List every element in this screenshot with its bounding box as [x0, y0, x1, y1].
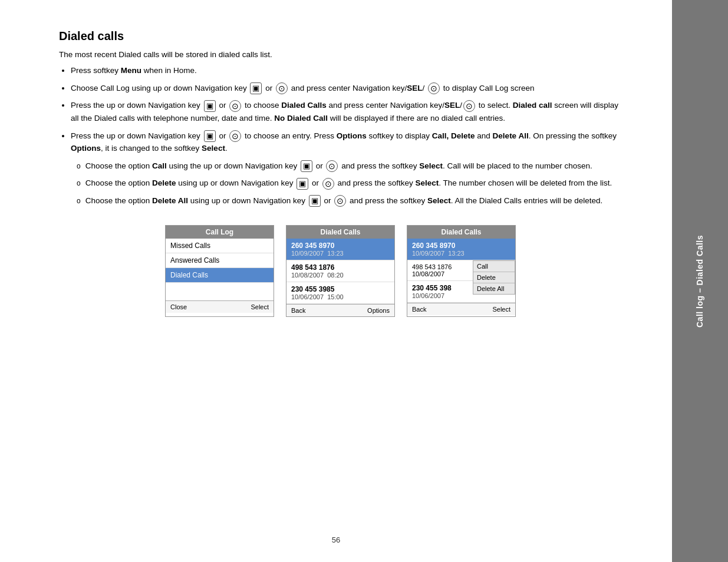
sub-bullet-1: Choose the option Call using the up or d… [77, 160, 625, 173]
screen1-header: Call Log [166, 226, 274, 239]
nav-down-icon3 [229, 130, 241, 142]
screen2-item1: 260 345 8970 10/09/2007 13:23 [286, 239, 394, 260]
screen1-footer: Close Select [166, 300, 274, 313]
bullet-list: Press softkey Menu when in Home. Choose … [71, 64, 625, 155]
page-number: 56 [332, 535, 340, 544]
nav-down-icon2 [229, 100, 241, 112]
missed-calls-item: Missed Calls [166, 239, 274, 253]
screen2-item2: 498 543 1876 10/08/2007 08:20 [286, 260, 394, 282]
nav-sel-icon [428, 82, 440, 94]
screen3-item2-content: 498 543 1876 10/08/2007 [412, 263, 452, 277]
screen3-item1: 260 345 8970 10/09/2007 13:23 [407, 239, 515, 260]
phone-number-3-2: 498 543 1876 [412, 263, 452, 270]
date-time-2: 10/08/2007 08:20 [291, 272, 390, 279]
screen2-options: Options [367, 307, 390, 314]
date-time-3: 10/06/2007 15:00 [291, 293, 390, 300]
screen2-body: 260 345 8970 10/09/2007 13:23 498 543 18… [286, 239, 394, 304]
screen3-back: Back [412, 306, 426, 313]
nav-down-icon5 [322, 178, 334, 190]
nav-up-icon2 [204, 100, 216, 112]
bullet-item-1: Press softkey Menu when in Home. [71, 64, 625, 77]
screen3-item2-wrapper: 498 543 1876 10/08/2007 Call Delete Dele… [407, 260, 515, 281]
phone-number-2: 498 543 1876 [291, 263, 390, 272]
screen3-select: Select [492, 306, 510, 313]
nav-up-icon4 [301, 160, 312, 172]
screen2-header: Dialed Calls [286, 226, 394, 239]
context-menu-delete-all: Delete All [473, 283, 515, 294]
nav-down-icon [276, 82, 288, 94]
sidebar-label: Call log – Dialed Calls [694, 235, 706, 328]
screens-container: Call Log Missed Calls Answered Calls Dia… [165, 225, 625, 317]
screen-dialed-calls: Dialed Calls 260 345 8970 10/09/2007 13:… [286, 225, 395, 317]
date-time-1: 10/09/2007 13:23 [291, 250, 390, 257]
answered-calls-item: Answered Calls [166, 253, 274, 268]
phone-number-1: 260 345 8970 [291, 242, 390, 250]
screen3-footer: Back Select [407, 303, 515, 315]
main-content: Dialed calls The most recent Dialed call… [0, 0, 672, 562]
sub-bullet-list: Choose the option Call using the up or d… [77, 160, 625, 207]
bullet-item-3: Press the up or down Navigation key or t… [71, 99, 625, 124]
sub-bullet-3: Choose the option Delete All using up or… [77, 194, 625, 207]
bullet-item-2: Choose Call Log using up or down Navigat… [71, 82, 625, 95]
screen2-item3: 230 455 3985 10/06/2007 15:00 [286, 282, 394, 304]
nav-down-icon4 [326, 160, 338, 172]
phone-number-3-1: 260 345 8970 [412, 242, 510, 250]
phone-number-3: 230 455 3985 [291, 285, 390, 293]
bullet-item-4: Press the up or down Navigation key or t… [71, 130, 625, 155]
nav-up-icon6 [309, 195, 321, 207]
screen3-header: Dialed Calls [407, 226, 515, 239]
page-title: Dialed calls [59, 29, 625, 43]
nav-sel-icon2 [463, 100, 475, 112]
nav-up-icon5 [297, 178, 308, 190]
nav-down-icon6 [334, 195, 346, 207]
screen2-footer: Back Options [286, 304, 394, 316]
screen1-empty [166, 283, 274, 300]
sub-bullet-2: Choose the option Delete using up or dow… [77, 177, 625, 190]
context-menu-delete: Delete [473, 272, 515, 283]
nav-up-icon3 [204, 130, 216, 142]
context-menu: Call Delete Delete All [473, 260, 515, 295]
screen3-body: 260 345 8970 10/09/2007 13:23 498 543 18… [407, 239, 515, 303]
date-time-3-1: 10/09/2007 13:23 [412, 250, 510, 257]
context-menu-call: Call [473, 261, 515, 272]
dialed-calls-item: Dialed Calls [166, 268, 274, 283]
screen-dialed-calls-menu: Dialed Calls 260 345 8970 10/09/2007 13:… [407, 225, 516, 317]
screen1-body: Missed Calls Answered Calls Dialed Calls [166, 239, 274, 300]
screen-call-log: Call Log Missed Calls Answered Calls Dia… [165, 225, 274, 317]
screen1-close: Close [170, 303, 187, 310]
nav-up-icon [250, 82, 262, 94]
intro-text: The most recent Dialed calls will be sto… [59, 49, 625, 61]
sidebar: Call log – Dialed Calls [672, 0, 728, 562]
date-time-3-2: 10/08/2007 [412, 270, 452, 277]
screen1-select: Select [251, 303, 269, 310]
screen2-back: Back [291, 307, 305, 314]
